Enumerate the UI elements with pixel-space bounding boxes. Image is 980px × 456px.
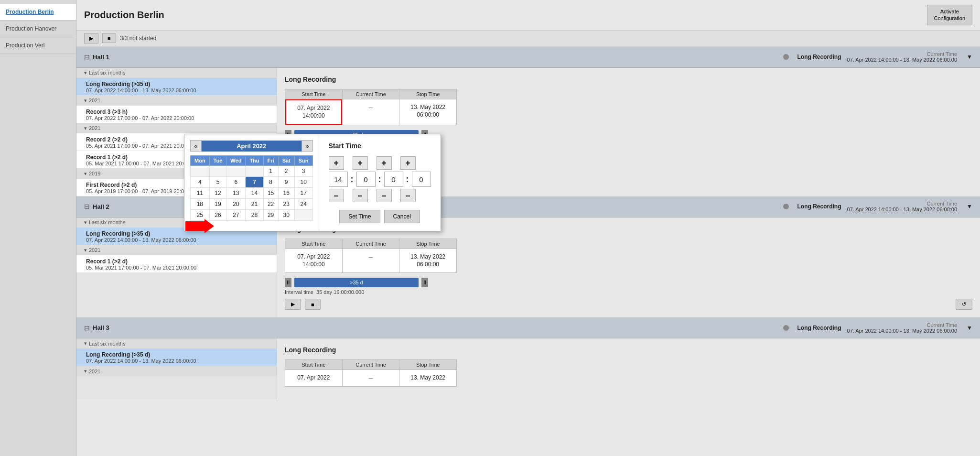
cal-day-4[interactable]: 4	[191, 177, 210, 188]
hall3-group-2021[interactable]: ▾ 2021	[76, 366, 277, 376]
cal-header-tue: Tue	[209, 156, 226, 166]
cal-day-7[interactable]: 7	[246, 177, 263, 188]
calendar-grid: Mon Tue Wed Thu Fri Sat Sun	[190, 155, 313, 221]
hall1-recording-item-long-recording[interactable]: Long Recording (>35 d) 07. Apr 2022 14:0…	[76, 78, 277, 96]
hall3-group-last-six-months[interactable]: ▾ Last six months	[76, 338, 277, 348]
hall3-title: Hall 3	[93, 324, 783, 331]
ms-inc-btn[interactable]: +	[400, 156, 416, 170]
cal-day-22[interactable]: 22	[263, 199, 278, 210]
cal-day-18[interactable]: 18	[191, 199, 210, 210]
cal-day-empty	[246, 166, 263, 177]
hall2-stop-btn[interactable]: ■	[305, 299, 321, 310]
cal-day-27[interactable]: 27	[226, 210, 246, 221]
hall2-refresh-btn[interactable]: ↺	[956, 299, 972, 310]
cal-day-16[interactable]: 16	[278, 188, 294, 199]
cal-day-29[interactable]: 29	[263, 210, 278, 221]
cal-day-23[interactable]: 23	[278, 199, 294, 210]
hall3-header[interactable]: ⊟ Hall 3 Long Recording Current Time 07.…	[76, 317, 980, 338]
cal-day-30[interactable]: 30	[278, 210, 294, 221]
cal-day-5[interactable]: 5	[209, 177, 226, 188]
sidebar-item-production-hanover[interactable]: Production Hanover	[0, 21, 76, 37]
cal-header-wed: Wed	[226, 156, 246, 166]
hour-inc-btn[interactable]: +	[329, 156, 344, 170]
calendar-next-btn[interactable]: »	[302, 140, 313, 152]
hall2-stop-time-value[interactable]: 13. May 2022 06:00:00	[399, 249, 456, 273]
hall3-status-dot	[783, 325, 789, 331]
ms-dec-btn[interactable]: –	[400, 189, 416, 202]
cal-day-20[interactable]: 20	[226, 199, 246, 210]
play-icon: ▶	[89, 35, 93, 42]
hall1-group-last-six-months[interactable]: ▾ Last six months	[76, 68, 277, 78]
hall1-recording-item-record3[interactable]: Record 3 (>3 h) 07. Apr 2022 17:00:00 - …	[76, 106, 277, 123]
hall1-start-time-header: Start Time	[285, 89, 342, 99]
calendar-prev-btn[interactable]: «	[190, 140, 202, 152]
time-picker-dec-row: – – – –	[329, 189, 431, 202]
stop-icon: ■	[311, 302, 314, 307]
hour-dec-btn[interactable]: –	[329, 189, 344, 202]
cal-day-11[interactable]: 11	[191, 188, 210, 199]
sidebar-item-production-verl[interactable]: Production Verl	[0, 37, 76, 54]
play-button[interactable]: ▶	[84, 33, 98, 43]
second-dec-btn[interactable]: –	[377, 189, 392, 202]
hall3-recording-item-long-recording[interactable]: Long Recording (>35 d) 07. Apr 2022 14:0…	[76, 348, 277, 366]
cancel-button[interactable]: Cancel	[384, 210, 420, 223]
cal-day-28[interactable]: 28	[246, 210, 263, 221]
hall1-group-2021b[interactable]: ▾ 2021	[76, 123, 277, 133]
minute-dec-btn[interactable]: –	[353, 189, 368, 202]
hall1-chevron-icon[interactable]: ▼	[967, 54, 972, 60]
hall2-interval-label: Interval time 35 day 16:00:00.000	[285, 289, 972, 295]
cal-header-mon: Mon	[191, 156, 210, 166]
second-value[interactable]: 0	[384, 172, 403, 187]
hall2-pause-left-btn[interactable]: ⏸	[285, 278, 291, 287]
second-inc-btn[interactable]: +	[377, 156, 392, 170]
cal-day-1[interactable]: 1	[263, 166, 278, 177]
hall1-title: Hall 1	[93, 54, 783, 61]
minute-value[interactable]: 0	[356, 172, 376, 187]
cal-day-2[interactable]: 2	[278, 166, 294, 177]
hall1-current-time-col: Current Time –	[343, 89, 400, 125]
cal-day-8[interactable]: 8	[263, 177, 278, 188]
hall1-start-time-value[interactable]: 07. Apr 2022 14:00:00	[285, 99, 342, 125]
stop-button[interactable]: ■	[102, 33, 116, 43]
sidebar-item-production-berlin[interactable]: Production Berlin	[0, 4, 76, 21]
hall2-progress-container: ⏸ >35 d ⏸	[285, 278, 972, 287]
hall2-group-2021[interactable]: ▾ 2021	[76, 245, 277, 255]
cal-day-19[interactable]: 19	[209, 199, 226, 210]
hall1-current-time-value: –	[343, 99, 399, 116]
hall1-group-2021a[interactable]: ▾ 2021	[76, 96, 277, 106]
cal-day-17[interactable]: 17	[294, 188, 312, 199]
cal-day-9[interactable]: 9	[278, 177, 294, 188]
cal-day-14[interactable]: 14	[246, 188, 263, 199]
ms-value[interactable]: 0	[412, 172, 431, 187]
hall2-recording-info: Long Recording Current Time 07. Apr 2022…	[783, 201, 972, 212]
hall2-recording-item-record1[interactable]: Record 1 (>2 d) 05. Mar 2021 17:00:00 - …	[76, 255, 277, 273]
page-header: Production Berlin Activate Configuration	[76, 0, 980, 31]
cal-day-6[interactable]: 6	[226, 177, 246, 188]
hall3-stop-time-value[interactable]: 13. May 2022	[399, 370, 456, 386]
activate-config-button[interactable]: Activate Configuration	[927, 5, 972, 25]
hall3-start-time-header: Start Time	[285, 360, 342, 370]
cal-day-13[interactable]: 13	[226, 188, 246, 199]
hall2-chevron-icon[interactable]: ▼	[967, 203, 972, 210]
set-time-button[interactable]: Set Time	[339, 210, 380, 223]
hall3-recording-list: ▾ Last six months Long Recording (>35 d)…	[76, 338, 277, 399]
minute-inc-btn[interactable]: +	[353, 156, 368, 170]
hall1-stop-time-value[interactable]: 13. May 2022 06:00:00	[399, 99, 456, 123]
hall3-start-time-value[interactable]: 07. Apr 2022	[285, 370, 342, 386]
hour-value[interactable]: 14	[329, 172, 348, 187]
hall3-chevron-icon[interactable]: ▼	[967, 325, 972, 331]
cal-day-15[interactable]: 15	[263, 188, 278, 199]
hall1-header[interactable]: ⊟ Hall 1 Long Recording Current Time 07.…	[76, 47, 980, 68]
cal-day-10[interactable]: 10	[294, 177, 312, 188]
hall2-start-time-value[interactable]: 07. Apr 2022 14:00:00	[285, 249, 342, 273]
cal-day-25[interactable]: 25	[191, 210, 210, 221]
hall2-play-btn[interactable]: ▶	[285, 299, 301, 310]
hall2-pause-right-btn[interactable]: ⏸	[421, 278, 428, 287]
cal-day-26[interactable]: 26	[209, 210, 226, 221]
cal-day-24[interactable]: 24	[294, 199, 312, 210]
cal-day-21[interactable]: 21	[246, 199, 263, 210]
hall2-start-time-col: Start Time 07. Apr 2022 14:00:00	[285, 239, 343, 273]
cal-day-12[interactable]: 12	[209, 188, 226, 199]
cal-day-3[interactable]: 3	[294, 166, 312, 177]
hall2-detail-actions: ▶ ■ ↺	[285, 299, 972, 310]
